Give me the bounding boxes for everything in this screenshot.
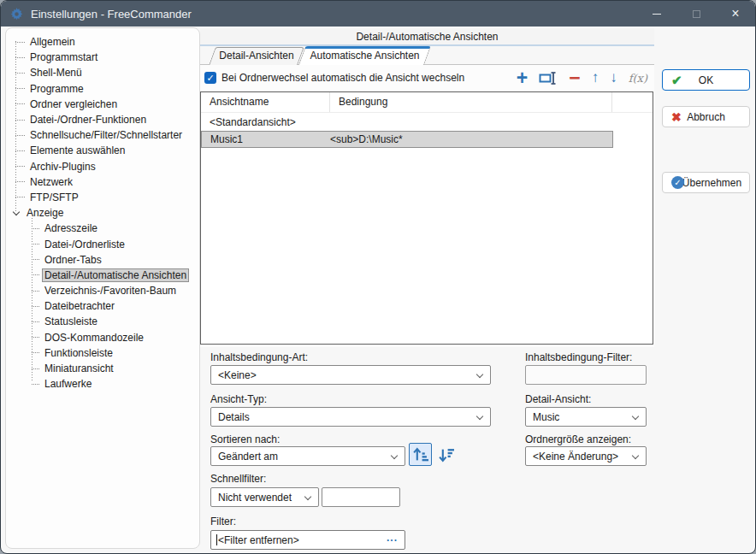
sidebar-item-programme[interactable]: Programme [6, 81, 199, 97]
schnellfilter-select[interactable]: Nicht verwendet [210, 487, 319, 507]
window-title: Einstellungen - FreeCommander [31, 8, 192, 21]
chevron-down-icon [632, 452, 639, 459]
sidebar-item-datei-ordner-funktionen[interactable]: Datei-/Ordner-Funktionen [6, 112, 199, 127]
schnellfilter-input[interactable] [322, 487, 400, 507]
tabstrip: Detail-Ansichten Automatische Ansichten [200, 46, 654, 65]
chevron-down-icon [13, 208, 20, 215]
sidebar-item-statusleiste[interactable]: Statusleiste [6, 314, 199, 329]
chevron-down-icon [476, 371, 483, 378]
sidebar-item-ordner-vergleichen[interactable]: Ordner vergleichen [6, 97, 199, 112]
sort-descending-button[interactable] [436, 445, 455, 464]
move-down-icon[interactable]: ↓ [610, 70, 617, 85]
sidebar-item-shell-menu[interactable]: Shell-Menü [6, 65, 199, 80]
sidebar-item-adresszeile[interactable]: Adresszeile [6, 221, 199, 236]
sort-ascending-icon [412, 446, 428, 463]
sidebar-item-verzeichnis-favoriten-baum[interactable]: Verzeichnis-/Favoriten-Baum [6, 283, 199, 298]
sidebar-item-elemente-auswaehlen[interactable]: Elemente auswählen [6, 143, 199, 158]
move-up-icon[interactable]: ↑ [592, 70, 599, 85]
column-header-ansichtname[interactable]: Ansichtname [201, 92, 330, 112]
sidebar-item-schnellsuche[interactable]: Schnellsuche/Filter/Schnellstarter [6, 127, 199, 143]
chevron-down-icon [391, 452, 398, 459]
function-icon[interactable]: f(x) [629, 72, 647, 85]
add-view-icon[interactable]: + [517, 69, 528, 86]
page-title: Detail-/Automatische Ansichten [200, 28, 654, 46]
titlebar: Einstellungen - FreeCommander × [1, 1, 755, 27]
ok-button[interactable]: ✔ OK [662, 69, 750, 91]
sidebar-item-ftp-sftp[interactable]: FTP/SFTP [6, 190, 199, 205]
settings-tree: Allgemein Programmstart Shell-Menü Progr… [5, 27, 200, 549]
settings-dialog: Einstellungen - FreeCommander × Allgemei… [0, 0, 756, 554]
browse-button[interactable]: ... [387, 532, 398, 544]
green-check-icon: ✔ [671, 73, 682, 88]
apply-button[interactable]: ✓ Übernehmen [662, 172, 750, 193]
chevron-down-icon [304, 493, 311, 500]
rename-icon[interactable] [539, 71, 558, 85]
maximize-button[interactable] [676, 1, 716, 27]
minimize-button[interactable] [637, 1, 676, 27]
sidebar-item-archiv-plugins[interactable]: Archiv-Plugins [6, 159, 199, 174]
table-row[interactable]: <Standardansicht> [201, 113, 653, 131]
sidebar-item-allgemein[interactable]: Allgemein [6, 34, 199, 50]
sort-descending-icon [438, 447, 454, 463]
detail-ansicht-select[interactable]: Music [525, 407, 647, 427]
maximize-icon [693, 10, 700, 18]
detail-ansicht-label: Detail-Ansicht: [525, 393, 591, 405]
red-x-icon: ✖ [671, 110, 682, 124]
inhaltsbedingung-filter-input[interactable] [525, 365, 647, 385]
chevron-down-icon [476, 413, 483, 420]
inhaltsbedingung-filter-label: Inhaltsbedingung-Filter: [525, 351, 632, 363]
table-header: Ansichtname Bedingung [201, 92, 653, 113]
close-icon: × [731, 7, 739, 21]
filter-label: Filter: [210, 516, 236, 527]
sortieren-nach-select[interactable]: Geändert am [210, 446, 405, 466]
sidebar-item-detail-automatische-ansichten[interactable]: Detail-/Automatische Ansichten [6, 268, 199, 283]
table-row-selected[interactable]: Music1 <sub>D:\Music* [201, 131, 613, 148]
text-caret [216, 534, 217, 545]
ansicht-typ-label: Ansicht-Typ: [210, 393, 267, 405]
ansicht-typ-select[interactable]: Details [210, 407, 491, 427]
close-button[interactable]: × [716, 1, 755, 27]
sidebar-item-ordner-tabs[interactable]: Ordner-Tabs [6, 252, 199, 268]
sidebar-item-dos-kommandozeile[interactable]: DOS-Kommandozeile [6, 330, 199, 345]
tab-automatische-ansichten[interactable]: Automatische Ansichten [302, 46, 428, 65]
sidebar-item-datei-ordnerliste[interactable]: Datei-/Ordnerliste [6, 236, 199, 251]
sidebar-item-dateibetrachter[interactable]: Dateibetrachter [6, 298, 199, 314]
blue-check-circle-icon: ✓ [671, 176, 684, 189]
ordnergroesse-select[interactable]: <Keine Änderung> [525, 446, 647, 466]
ordnergroesse-label: Ordnergröße anzeigen: [525, 433, 631, 445]
gear-icon [10, 8, 23, 21]
filter-input[interactable]: <Filter entfernen> ... [210, 530, 405, 550]
sidebar-item-programmstart[interactable]: Programmstart [6, 50, 199, 65]
remove-view-icon[interactable]: − [569, 69, 580, 86]
views-table: Ansichtname Bedingung <Standardansicht> … [200, 91, 653, 345]
schnellfilter-label: Schnellfilter: [210, 473, 266, 485]
chevron-down-icon [632, 413, 639, 420]
view-toolbar: + − ↑ ↓ f(x) [517, 69, 654, 86]
sortieren-nach-label: Sortieren nach: [210, 433, 280, 445]
inhaltsbedingung-art-select[interactable]: <Keine> [210, 365, 491, 385]
sidebar-item-netzwerk[interactable]: Netzwerk [6, 174, 199, 190]
sort-ascending-button[interactable] [409, 443, 432, 466]
minimize-icon [653, 14, 661, 15]
auto-view-checkbox[interactable]: ✓ [204, 72, 216, 84]
inhaltsbedingung-art-label: Inhaltsbedingung-Art: [210, 351, 308, 363]
sidebar-item-anzeige[interactable]: Anzeige [6, 205, 199, 221]
sidebar-item-laufwerke[interactable]: Laufwerke [6, 376, 199, 392]
auto-view-checkbox-label: Bei Ordnerwechsel automatisch die Ansich… [221, 72, 464, 84]
sidebar-item-funktionsleiste[interactable]: Funktionsleiste [6, 345, 199, 361]
cancel-button[interactable]: ✖ Abbruch [662, 106, 750, 127]
tab-detail-ansichten[interactable]: Detail-Ansichten [212, 47, 301, 65]
column-header-bedingung[interactable]: Bedingung [330, 92, 612, 112]
sidebar-item-miniaturansicht[interactable]: Miniaturansicht [6, 361, 199, 376]
